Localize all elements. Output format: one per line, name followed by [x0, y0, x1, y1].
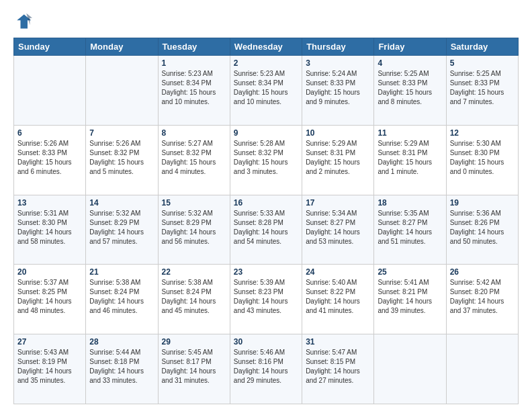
- logo: [13, 12, 35, 31]
- day-number: 28: [89, 337, 154, 347]
- day-info: Sunrise: 5:37 AMSunset: 8:25 PMDaylight:…: [17, 278, 82, 316]
- page: SundayMondayTuesdayWednesdayThursdayFrid…: [0, 0, 532, 411]
- calendar-header-monday: Monday: [86, 38, 158, 56]
- day-info: Sunrise: 5:29 AMSunset: 8:31 PMDaylight:…: [306, 139, 370, 177]
- calendar-cell: 16Sunrise: 5:33 AMSunset: 8:28 PMDayligh…: [230, 195, 302, 265]
- day-info: Sunrise: 5:30 AMSunset: 8:30 PMDaylight:…: [450, 139, 515, 177]
- calendar-cell: 7Sunrise: 5:26 AMSunset: 8:32 PMDaylight…: [86, 125, 158, 195]
- day-info: Sunrise: 5:38 AMSunset: 8:24 PMDaylight:…: [162, 278, 226, 316]
- day-number: 8: [162, 128, 226, 138]
- day-number: 6: [17, 128, 82, 138]
- calendar-cell: 8Sunrise: 5:27 AMSunset: 8:32 PMDaylight…: [158, 125, 230, 195]
- day-info: Sunrise: 5:39 AMSunset: 8:23 PMDaylight:…: [234, 278, 298, 316]
- day-info: Sunrise: 5:35 AMSunset: 8:27 PMDaylight:…: [378, 209, 442, 246]
- day-info: Sunrise: 5:25 AMSunset: 8:33 PMDaylight:…: [378, 69, 442, 107]
- day-info: Sunrise: 5:34 AMSunset: 8:27 PMDaylight:…: [306, 209, 370, 246]
- day-number: 10: [306, 128, 370, 138]
- logo-icon: [13, 12, 32, 31]
- day-info: Sunrise: 5:43 AMSunset: 8:19 PMDaylight:…: [17, 348, 82, 385]
- calendar-cell: 26Sunrise: 5:42 AMSunset: 8:20 PMDayligh…: [446, 265, 518, 334]
- calendar-cell: 2Sunrise: 5:23 AMSunset: 8:34 PMDaylight…: [230, 56, 302, 126]
- calendar-cell: 17Sunrise: 5:34 AMSunset: 8:27 PMDayligh…: [302, 195, 374, 265]
- calendar-week-3: 13Sunrise: 5:31 AMSunset: 8:30 PMDayligh…: [14, 195, 519, 265]
- day-number: 3: [306, 58, 370, 68]
- calendar-cell: 13Sunrise: 5:31 AMSunset: 8:30 PMDayligh…: [14, 195, 86, 265]
- calendar-cell: 1Sunrise: 5:23 AMSunset: 8:34 PMDaylight…: [158, 56, 230, 126]
- day-info: Sunrise: 5:44 AMSunset: 8:18 PMDaylight:…: [89, 348, 154, 385]
- calendar-header-wednesday: Wednesday: [230, 38, 302, 56]
- day-number: 12: [450, 128, 515, 138]
- calendar-cell: 27Sunrise: 5:43 AMSunset: 8:19 PMDayligh…: [14, 334, 86, 404]
- day-info: Sunrise: 5:45 AMSunset: 8:17 PMDaylight:…: [162, 348, 226, 385]
- day-number: 30: [234, 337, 298, 347]
- calendar-cell: [374, 334, 446, 404]
- calendar-cell: 4Sunrise: 5:25 AMSunset: 8:33 PMDaylight…: [374, 56, 446, 126]
- calendar-cell: 14Sunrise: 5:32 AMSunset: 8:29 PMDayligh…: [86, 195, 158, 265]
- day-number: 5: [450, 58, 515, 68]
- calendar-cell: 23Sunrise: 5:39 AMSunset: 8:23 PMDayligh…: [230, 265, 302, 334]
- calendar-cell: [86, 56, 158, 126]
- day-number: 25: [378, 267, 442, 277]
- day-number: 15: [162, 198, 226, 208]
- day-number: 31: [306, 337, 370, 347]
- calendar-cell: 20Sunrise: 5:37 AMSunset: 8:25 PMDayligh…: [14, 265, 86, 334]
- calendar-week-1: 1Sunrise: 5:23 AMSunset: 8:34 PMDaylight…: [14, 56, 519, 126]
- day-number: 14: [89, 198, 154, 208]
- calendar-cell: 11Sunrise: 5:29 AMSunset: 8:31 PMDayligh…: [374, 125, 446, 195]
- day-number: 19: [450, 198, 515, 208]
- day-info: Sunrise: 5:36 AMSunset: 8:26 PMDaylight:…: [450, 209, 515, 246]
- header: [13, 12, 519, 31]
- day-info: Sunrise: 5:38 AMSunset: 8:24 PMDaylight:…: [89, 278, 154, 316]
- day-number: 7: [89, 128, 154, 138]
- calendar-cell: [14, 56, 86, 126]
- day-info: Sunrise: 5:28 AMSunset: 8:32 PMDaylight:…: [234, 139, 298, 177]
- calendar-cell: 29Sunrise: 5:45 AMSunset: 8:17 PMDayligh…: [158, 334, 230, 404]
- calendar-cell: 5Sunrise: 5:25 AMSunset: 8:33 PMDaylight…: [446, 56, 518, 126]
- calendar-cell: 19Sunrise: 5:36 AMSunset: 8:26 PMDayligh…: [446, 195, 518, 265]
- day-info: Sunrise: 5:32 AMSunset: 8:29 PMDaylight:…: [162, 209, 226, 246]
- day-number: 24: [306, 267, 370, 277]
- calendar-header-tuesday: Tuesday: [158, 38, 230, 56]
- day-info: Sunrise: 5:47 AMSunset: 8:15 PMDaylight:…: [306, 348, 370, 385]
- calendar-cell: 24Sunrise: 5:40 AMSunset: 8:22 PMDayligh…: [302, 265, 374, 334]
- day-info: Sunrise: 5:29 AMSunset: 8:31 PMDaylight:…: [378, 139, 442, 177]
- day-number: 1: [162, 58, 226, 68]
- day-info: Sunrise: 5:27 AMSunset: 8:32 PMDaylight:…: [162, 139, 226, 177]
- calendar-header-sunday: Sunday: [14, 38, 86, 56]
- calendar-week-2: 6Sunrise: 5:26 AMSunset: 8:33 PMDaylight…: [14, 125, 519, 195]
- day-info: Sunrise: 5:25 AMSunset: 8:33 PMDaylight:…: [450, 69, 515, 107]
- day-info: Sunrise: 5:32 AMSunset: 8:29 PMDaylight:…: [89, 209, 154, 246]
- calendar-cell: 30Sunrise: 5:46 AMSunset: 8:16 PMDayligh…: [230, 334, 302, 404]
- day-number: 9: [234, 128, 298, 138]
- calendar-cell: [446, 334, 518, 404]
- calendar-cell: 9Sunrise: 5:28 AMSunset: 8:32 PMDaylight…: [230, 125, 302, 195]
- day-number: 13: [17, 198, 82, 208]
- calendar-week-4: 20Sunrise: 5:37 AMSunset: 8:25 PMDayligh…: [14, 265, 519, 334]
- calendar-cell: 25Sunrise: 5:41 AMSunset: 8:21 PMDayligh…: [374, 265, 446, 334]
- calendar-cell: 15Sunrise: 5:32 AMSunset: 8:29 PMDayligh…: [158, 195, 230, 265]
- day-info: Sunrise: 5:41 AMSunset: 8:21 PMDaylight:…: [378, 278, 442, 316]
- day-info: Sunrise: 5:33 AMSunset: 8:28 PMDaylight:…: [234, 209, 298, 246]
- day-info: Sunrise: 5:24 AMSunset: 8:33 PMDaylight:…: [306, 69, 370, 107]
- day-number: 29: [162, 337, 226, 347]
- calendar-cell: 18Sunrise: 5:35 AMSunset: 8:27 PMDayligh…: [374, 195, 446, 265]
- day-number: 2: [234, 58, 298, 68]
- calendar-header-friday: Friday: [374, 38, 446, 56]
- day-number: 16: [234, 198, 298, 208]
- calendar-header-thursday: Thursday: [302, 38, 374, 56]
- day-info: Sunrise: 5:26 AMSunset: 8:32 PMDaylight:…: [89, 139, 154, 177]
- day-info: Sunrise: 5:46 AMSunset: 8:16 PMDaylight:…: [234, 348, 298, 385]
- calendar-table: SundayMondayTuesdayWednesdayThursdayFrid…: [13, 38, 519, 404]
- calendar-cell: 28Sunrise: 5:44 AMSunset: 8:18 PMDayligh…: [86, 334, 158, 404]
- day-number: 26: [450, 267, 515, 277]
- calendar-cell: 31Sunrise: 5:47 AMSunset: 8:15 PMDayligh…: [302, 334, 374, 404]
- day-info: Sunrise: 5:26 AMSunset: 8:33 PMDaylight:…: [17, 139, 82, 177]
- calendar-week-5: 27Sunrise: 5:43 AMSunset: 8:19 PMDayligh…: [14, 334, 519, 404]
- day-number: 17: [306, 198, 370, 208]
- day-number: 21: [89, 267, 154, 277]
- day-info: Sunrise: 5:23 AMSunset: 8:34 PMDaylight:…: [234, 69, 298, 107]
- day-number: 20: [17, 267, 82, 277]
- calendar-cell: 6Sunrise: 5:26 AMSunset: 8:33 PMDaylight…: [14, 125, 86, 195]
- day-info: Sunrise: 5:40 AMSunset: 8:22 PMDaylight:…: [306, 278, 370, 316]
- calendar-header-row: SundayMondayTuesdayWednesdayThursdayFrid…: [14, 38, 519, 56]
